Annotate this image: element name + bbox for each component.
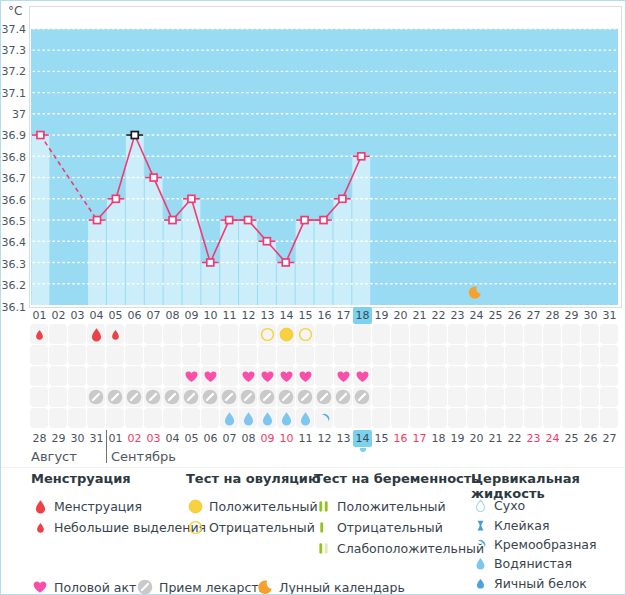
- calendar-date-17[interactable]: 17: [410, 430, 429, 447]
- tracking-cell[interactable]: [391, 345, 409, 365]
- tracking-cell[interactable]: [201, 345, 219, 365]
- tracking-cell[interactable]: [372, 324, 390, 344]
- tracking-cell[interactable]: [87, 324, 105, 344]
- calendar-date-31[interactable]: 31: [87, 430, 106, 447]
- tracking-cell[interactable]: [68, 387, 86, 407]
- tracking-cell[interactable]: [49, 387, 67, 407]
- temperature-point[interactable]: [339, 195, 346, 202]
- tracking-cell[interactable]: [334, 408, 352, 428]
- tracking-cell[interactable]: [315, 345, 333, 365]
- tracking-cell[interactable]: [391, 387, 409, 407]
- tracking-cell[interactable]: [600, 408, 618, 428]
- tracking-cell[interactable]: [277, 408, 295, 428]
- cycle-day-15[interactable]: 15: [296, 307, 315, 324]
- calendar-date-06[interactable]: 06: [201, 430, 220, 447]
- tracking-cell[interactable]: [372, 366, 390, 386]
- cycle-day-19[interactable]: 19: [372, 307, 391, 324]
- tracking-cell[interactable]: [505, 366, 523, 386]
- tracking-cell[interactable]: [87, 387, 105, 407]
- tracking-cell[interactable]: [353, 387, 371, 407]
- temperature-point[interactable]: [112, 195, 119, 202]
- tracking-cell[interactable]: [410, 408, 428, 428]
- tracking-cell[interactable]: [163, 366, 181, 386]
- calendar-date-20[interactable]: 20: [467, 430, 486, 447]
- tracking-cell[interactable]: [68, 408, 86, 428]
- tracking-cell[interactable]: [486, 387, 504, 407]
- tracking-cell[interactable]: [581, 345, 599, 365]
- temperature-point[interactable]: [94, 217, 101, 224]
- calendar-date-14[interactable]: 14: [353, 430, 372, 447]
- tracking-cell[interactable]: [429, 408, 447, 428]
- calendar-date-16[interactable]: 16: [391, 430, 410, 447]
- temperature-point[interactable]: [282, 259, 289, 266]
- tracking-cell[interactable]: [277, 324, 295, 344]
- tracking-cell[interactable]: [87, 366, 105, 386]
- tracking-cell[interactable]: [68, 324, 86, 344]
- tracking-cell[interactable]: [581, 324, 599, 344]
- tracking-cell[interactable]: [258, 408, 276, 428]
- tracking-cell[interactable]: [505, 387, 523, 407]
- tracking-cell[interactable]: [467, 345, 485, 365]
- tracking-cell[interactable]: [106, 387, 124, 407]
- tracking-cell[interactable]: [296, 366, 314, 386]
- calendar-date-23[interactable]: 23: [524, 430, 543, 447]
- tracking-cell[interactable]: [334, 345, 352, 365]
- tracking-cell[interactable]: [448, 345, 466, 365]
- calendar-date-15[interactable]: 15: [372, 430, 391, 447]
- tracking-cell[interactable]: [144, 366, 162, 386]
- tracking-cell[interactable]: [125, 366, 143, 386]
- tracking-cell[interactable]: [429, 387, 447, 407]
- tracking-cell[interactable]: [296, 345, 314, 365]
- calendar-date-09[interactable]: 09: [258, 430, 277, 447]
- tracking-cell[interactable]: [600, 366, 618, 386]
- cycle-day-29[interactable]: 29: [562, 307, 581, 324]
- tracking-cell[interactable]: [296, 408, 314, 428]
- cycle-day-17[interactable]: 17: [334, 307, 353, 324]
- tracking-cell[interactable]: [258, 345, 276, 365]
- calendar-date-18[interactable]: 18: [429, 430, 448, 447]
- temperature-point[interactable]: [245, 217, 252, 224]
- calendar-date-28[interactable]: 28: [30, 430, 49, 447]
- temperature-point[interactable]: [150, 174, 157, 181]
- cycle-day-25[interactable]: 25: [486, 307, 505, 324]
- cycle-day-13[interactable]: 13: [258, 307, 277, 324]
- tracking-cell[interactable]: [258, 324, 276, 344]
- tracking-cell[interactable]: [334, 387, 352, 407]
- temperature-point[interactable]: [263, 238, 270, 245]
- tracking-cell[interactable]: [277, 366, 295, 386]
- tracking-cell[interactable]: [429, 345, 447, 365]
- tracking-cell[interactable]: [505, 345, 523, 365]
- tracking-cell[interactable]: [258, 387, 276, 407]
- tracking-cell[interactable]: [524, 387, 542, 407]
- cycle-day-26[interactable]: 26: [505, 307, 524, 324]
- tracking-cell[interactable]: [30, 345, 48, 365]
- tracking-cell[interactable]: [239, 387, 257, 407]
- tracking-cell[interactable]: [125, 408, 143, 428]
- tracking-cell[interactable]: [448, 366, 466, 386]
- tracking-cell[interactable]: [524, 324, 542, 344]
- tracking-cell[interactable]: [144, 345, 162, 365]
- temperature-point[interactable]: [226, 217, 233, 224]
- cycle-day-22[interactable]: 22: [429, 307, 448, 324]
- cycle-day-20[interactable]: 20: [391, 307, 410, 324]
- tracking-cell[interactable]: [163, 324, 181, 344]
- tracking-cell[interactable]: [68, 366, 86, 386]
- tracking-cell[interactable]: [163, 408, 181, 428]
- tracking-cell[interactable]: [505, 408, 523, 428]
- tracking-cell[interactable]: [353, 324, 371, 344]
- tracking-cell[interactable]: [144, 408, 162, 428]
- tracking-cell[interactable]: [562, 324, 580, 344]
- calendar-date-11[interactable]: 11: [296, 430, 315, 447]
- tracking-cell[interactable]: [334, 366, 352, 386]
- calendar-date-02[interactable]: 02: [125, 430, 144, 447]
- tracking-cell[interactable]: [163, 387, 181, 407]
- temperature-chart[interactable]: [29, 6, 622, 308]
- tracking-cell[interactable]: [486, 408, 504, 428]
- tracking-cell[interactable]: [87, 345, 105, 365]
- cycle-day-28[interactable]: 28: [543, 307, 562, 324]
- tracking-cell[interactable]: [353, 408, 371, 428]
- cycle-day-03[interactable]: 03: [68, 307, 87, 324]
- temperature-point[interactable]: [207, 259, 214, 266]
- tracking-cell[interactable]: [201, 408, 219, 428]
- tracking-cell[interactable]: [182, 387, 200, 407]
